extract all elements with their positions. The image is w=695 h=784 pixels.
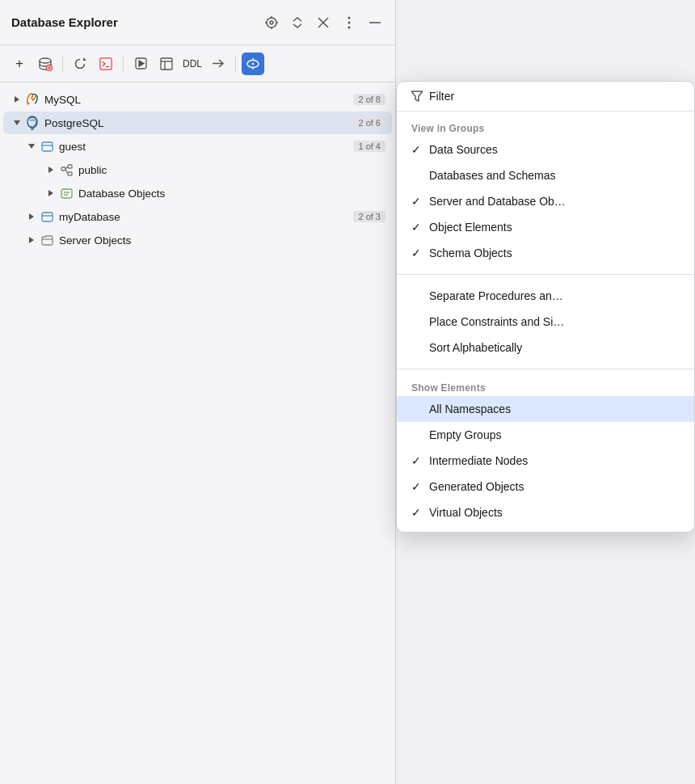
databases-schemas-label: Databases and Schemas [429,169,555,182]
databases-schemas-check [411,169,426,182]
tree-item-mysql[interactable]: MySQL 2 of 8 [3,88,392,111]
console-button[interactable] [95,53,117,75]
dropdown-separate-procedures[interactable]: Separate Procedures an… [397,283,694,309]
empty-groups-check [411,428,426,441]
tree-item-mydatabase[interactable]: myDatabase 2 of 3 [3,205,392,228]
divider-1 [397,274,694,275]
tree-item-guest[interactable]: guest 1 of 4 [3,135,392,158]
dropdown-virtual-objects[interactable]: ✓ Virtual Objects [397,499,694,525]
svg-point-1 [270,21,273,24]
svg-rect-38 [68,172,72,175]
data-source-button[interactable] [34,53,57,75]
generated-objects-label: Generated Objects [429,480,524,493]
mydatabase-label: myDatabase [59,211,348,223]
tree-item-public[interactable]: public [3,158,392,181]
svg-marker-48 [29,237,34,243]
separator-3 [235,56,236,72]
filter-label: Filter [429,90,454,103]
tree-item-server-objects[interactable]: Server Objects [3,229,392,251]
separate-procedures-label: Separate Procedures an… [429,289,563,302]
dropdown-all-namespaces[interactable]: All Namespaces [397,396,694,422]
server-objects-arrow [24,233,39,247]
dropdown-data-sources[interactable]: ✓ Data Sources [397,137,694,162]
object-elements-label: Object Elements [429,221,512,234]
svg-marker-19 [139,61,144,66]
svg-rect-37 [68,165,72,168]
title-bar-icons [263,14,384,32]
place-constraints-label: Place Constraints and Si… [429,315,564,328]
db-objects-arrow [44,186,58,200]
tree-item-postgresql[interactable]: PostgreSQL 2 of 6 [3,112,392,134]
virtual-objects-check: ✓ [411,506,426,519]
view-in-groups-section: View in Groups ✓ Data Sources Databases … [397,112,694,272]
mysql-icon [24,91,40,107]
dropdown-schema-objects[interactable]: ✓ Schema Objects [397,240,694,266]
dropdown-server-database-obj[interactable]: ✓ Server and Database Ob… [397,188,694,214]
place-constraints-check [411,315,426,328]
other-items-section: Separate Procedures an… Place Constraint… [397,276,694,367]
intermediate-nodes-check: ✓ [411,454,426,467]
ddl-button[interactable]: DDL [181,53,204,75]
data-sources-label: Data Sources [429,143,498,156]
svg-marker-32 [28,144,35,149]
svg-marker-35 [48,166,53,173]
postgresql-label: PostgreSQL [44,117,348,129]
show-elements-section: Show Elements All Namespaces Empty Group… [397,371,694,532]
add-button[interactable]: + [8,53,31,75]
close-icon[interactable] [314,14,332,32]
svg-rect-20 [161,58,172,70]
mydatabase-arrow [24,209,39,224]
dropdown-empty-groups[interactable]: Empty Groups [397,422,694,448]
view-options-dropdown: Filter View in Groups ✓ Data Sources Dat… [396,81,695,533]
mysql-badge: 2 of 8 [353,94,385,105]
server-objects-label: Server Objects [59,234,385,247]
svg-rect-42 [61,189,72,198]
all-namespaces-check [411,403,426,415]
database-tree: MySQL 2 of 8 PostgreSQL 2 of 6 [0,82,395,257]
filter-row[interactable]: Filter [397,82,694,112]
dropdown-place-constraints[interactable]: Place Constraints and Si… [397,309,694,335]
view-options-button[interactable] [242,53,264,75]
virtual-objects-label: Virtual Objects [429,506,503,519]
minimize-icon[interactable] [366,14,384,32]
view-in-groups-header: View in Groups [397,118,694,137]
divider-2 [397,369,694,369]
more-icon[interactable] [340,14,358,32]
guest-label: guest [59,141,348,153]
database-icon [39,138,55,154]
dropdown-databases-schemas[interactable]: Databases and Schemas [397,162,694,188]
table-button[interactable] [155,53,178,75]
separator-1 [62,56,63,72]
separator-2 [123,56,124,72]
svg-marker-50 [411,91,423,101]
chevron-up-down-icon[interactable] [289,14,306,32]
postgresql-icon [24,115,40,131]
mysql-arrow [10,92,24,107]
db-objects-icon [58,185,74,201]
dropdown-sort-alpha[interactable]: Sort Alphabetically [397,335,694,360]
svg-rect-46 [42,213,53,221]
arrow-button[interactable] [207,53,230,75]
server-database-label: Server and Database Ob… [429,195,566,208]
object-elements-check: ✓ [411,221,426,234]
svg-point-9 [348,21,351,23]
all-namespaces-label: All Namespaces [429,403,511,415]
intermediate-nodes-label: Intermediate Nodes [429,454,528,467]
filter-icon [411,91,423,102]
svg-marker-45 [29,213,34,220]
run-button[interactable] [129,53,152,75]
tree-item-database-objects[interactable]: Database Objects [3,182,392,204]
svg-point-8 [348,16,351,19]
database-explorer-panel: Database Explorer [0,0,396,784]
dropdown-generated-objects[interactable]: ✓ Generated Objects [397,474,694,499]
schema-objects-label: Schema Objects [429,247,512,259]
svg-rect-36 [61,167,65,171]
refresh-button[interactable] [69,53,91,75]
dropdown-intermediate-nodes[interactable]: ✓ Intermediate Nodes [397,448,694,474]
svg-line-40 [65,169,68,174]
mysql-label: MySQL [44,94,348,106]
dropdown-object-elements[interactable]: ✓ Object Elements [397,214,694,240]
separate-procedures-check [411,289,426,302]
target-icon[interactable] [263,14,280,32]
data-sources-check: ✓ [411,143,426,156]
